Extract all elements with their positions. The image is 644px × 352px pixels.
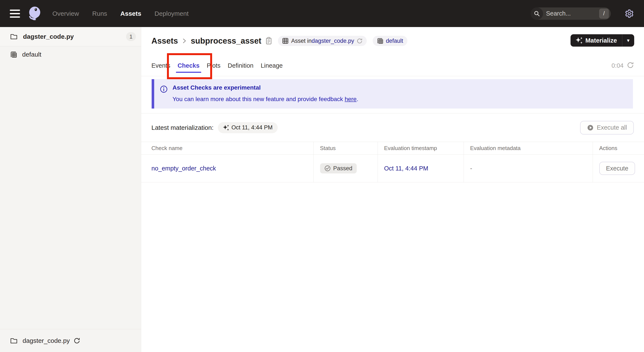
search-input[interactable]: Search... / xyxy=(531,7,611,20)
check-name-link[interactable]: no_empty_order_check xyxy=(152,165,216,172)
sidebar-item-group-default[interactable]: default xyxy=(0,46,141,62)
materialize-label: Materialize xyxy=(586,37,617,44)
info-icon xyxy=(160,85,168,93)
asset-group-icon xyxy=(10,51,17,58)
feedback-link[interactable]: here xyxy=(344,96,356,102)
materialization-timestamp-pill[interactable]: Oct 11, 4:44 PM xyxy=(218,122,278,133)
code-location-link[interactable]: dagster_code.py xyxy=(312,38,354,44)
page-header: Assets subprocess_asset xyxy=(141,27,644,47)
folder-icon xyxy=(10,338,18,344)
tab-lineage[interactable]: Lineage xyxy=(261,60,282,71)
banner-body-text: You can learn more about this new featur… xyxy=(172,96,344,102)
nav-item-runs[interactable]: Runs xyxy=(92,10,107,17)
column-evaluation-metadata: Evaluation metadata xyxy=(464,142,593,154)
tab-bar: Events Checks Plots Definition Lineage 0… xyxy=(141,47,644,76)
column-status: Status xyxy=(314,142,378,154)
breadcrumb: Assets subprocess_asset xyxy=(152,34,408,47)
page-title: subprocess_asset xyxy=(191,36,262,45)
experimental-banner: Asset Checks are experimental You can le… xyxy=(152,79,633,108)
execute-button[interactable]: Execute xyxy=(599,162,635,175)
banner-body: You can learn more about this new featur… xyxy=(172,96,358,103)
sidebar-footer: dagster_code.py xyxy=(0,329,141,352)
search-placeholder: Search... xyxy=(546,10,599,17)
asset-location-pill: Asset in dagster_code.py xyxy=(278,36,367,46)
check-circle-icon xyxy=(324,165,331,172)
execute-all-button[interactable]: Execute all xyxy=(580,121,634,134)
materialization-timestamp: Oct 11, 4:44 PM xyxy=(232,124,272,131)
execute-all-label: Execute all xyxy=(597,124,627,131)
group-label: default xyxy=(22,51,41,58)
banner-body-period: . xyxy=(356,96,358,102)
nav-item-assets[interactable]: Assets xyxy=(120,10,141,17)
asset-table-icon xyxy=(282,38,288,44)
sidebar-item-code-location[interactable]: dagster_code.py 1 xyxy=(0,27,141,46)
play-circle-icon xyxy=(587,124,594,131)
sidebar: dagster_code.py 1 default dagster_code.p… xyxy=(0,27,141,352)
table-row: no_empty_order_check Passed Oct 11, 4:44… xyxy=(141,154,644,182)
nav-item-deployment[interactable]: Deployment xyxy=(154,10,188,17)
top-nav: Overview Runs Assets Deployment Search..… xyxy=(0,0,644,27)
group-pill: default xyxy=(373,36,408,46)
evaluation-metadata-value: - xyxy=(470,165,472,172)
nav-links: Overview Runs Assets Deployment xyxy=(52,10,189,17)
materialize-dropdown-button[interactable]: ▾ xyxy=(622,34,634,47)
sparkle-icon xyxy=(576,37,582,44)
asset-group-icon xyxy=(377,38,383,44)
banner-title: Asset Checks are experimental xyxy=(172,84,358,91)
tab-checks[interactable]: Checks xyxy=(178,60,200,71)
column-actions: Actions xyxy=(593,142,644,154)
column-check-name: Check name xyxy=(141,142,314,154)
hamburger-menu-icon[interactable] xyxy=(10,9,20,18)
code-location-label: dagster_code.py xyxy=(23,33,74,40)
chevron-right-icon xyxy=(182,37,186,44)
breadcrumb-assets[interactable]: Assets xyxy=(152,36,178,45)
folder-icon xyxy=(10,33,18,40)
reload-icon[interactable] xyxy=(357,38,362,44)
search-shortcut-key: / xyxy=(599,9,609,18)
tab-events[interactable]: Events xyxy=(152,60,170,71)
nav-item-overview[interactable]: Overview xyxy=(52,10,79,17)
main-content: Assets subprocess_asset xyxy=(141,27,644,352)
tab-definition[interactable]: Definition xyxy=(228,60,254,71)
status-badge: Passed xyxy=(320,163,357,173)
latest-materialization-row: Latest materialization: Oct 11, 4:44 PM … xyxy=(141,113,644,142)
dagster-logo-icon[interactable] xyxy=(27,6,42,21)
checks-table: Check name Status Evaluation timestamp E… xyxy=(141,142,644,182)
asset-count-badge: 1 xyxy=(126,32,136,41)
gear-icon[interactable] xyxy=(624,9,634,18)
footer-code-location-label: dagster_code.py xyxy=(22,337,70,344)
column-evaluation-timestamp: Evaluation timestamp xyxy=(378,142,464,154)
table-header-row: Check name Status Evaluation timestamp E… xyxy=(141,142,644,154)
copy-icon[interactable] xyxy=(266,37,272,45)
search-icon xyxy=(531,7,543,20)
materialize-button[interactable]: Materialize ▾ xyxy=(570,34,634,47)
reload-location-icon[interactable] xyxy=(74,338,80,344)
group-link[interactable]: default xyxy=(386,38,403,44)
latest-materialization-label: Latest materialization: xyxy=(152,124,214,131)
timer-value: 0:04 xyxy=(612,62,624,69)
refresh-icon[interactable] xyxy=(627,62,634,69)
evaluation-timestamp-link[interactable]: Oct 11, 4:44 PM xyxy=(384,165,428,172)
refresh-timer: 0:04 xyxy=(612,62,634,69)
sparkle-icon xyxy=(223,124,229,131)
tab-plots[interactable]: Plots xyxy=(207,60,220,71)
asset-in-label: Asset in xyxy=(291,38,312,44)
top-nav-right: Search... / xyxy=(531,7,634,20)
status-label: Passed xyxy=(333,165,352,172)
